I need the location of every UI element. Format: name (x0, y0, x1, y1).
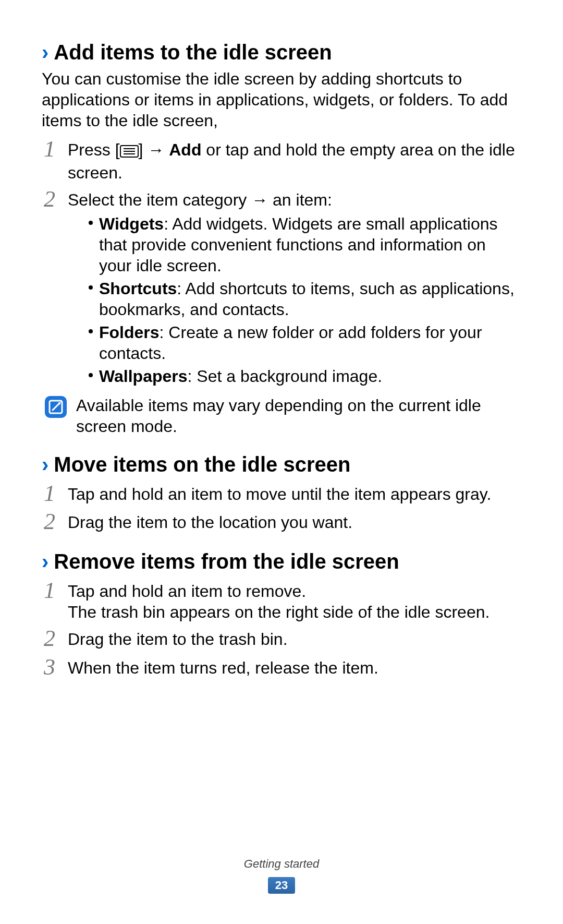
text-bold: Widgets (99, 214, 164, 233)
step-text: When the item turns red, release the ite… (68, 655, 521, 678)
step-number: 2 (44, 627, 58, 651)
step-row: 1 Tap and hold an item to move until the… (44, 482, 521, 506)
page-content: › Add items to the idle screen You can c… (42, 39, 521, 683)
step-text: Tap and hold an item to move until the i… (68, 482, 521, 505)
bullet-icon (89, 285, 93, 290)
step-number: 1 (44, 482, 58, 506)
list-item: Folders: Create a new folder or add fold… (89, 322, 521, 364)
chapter-label: Getting started (0, 857, 563, 871)
step-row: 3 When the item turns red, release the i… (44, 655, 521, 679)
bullet-icon (89, 373, 93, 377)
bullet-icon (89, 221, 93, 225)
step-row: 2 Drag the item to the location you want… (44, 510, 521, 534)
chevron-icon: › (42, 551, 48, 572)
section-heading-remove: › Remove items from the idle screen (42, 548, 521, 574)
step-text: Drag the item to the location you want. (68, 510, 521, 533)
step-text: Select the item category → an item: Widg… (68, 187, 521, 389)
text-bold: Shortcuts (99, 279, 177, 298)
section-title: Remove items from the idle screen (54, 548, 399, 574)
step-text: Tap and hold an item to remove. The tras… (68, 579, 521, 622)
note-text: Available items may vary depending on th… (76, 394, 521, 437)
note-icon (44, 395, 68, 419)
chevron-icon: › (42, 42, 48, 63)
text: The trash bin appears on the right side … (68, 603, 489, 621)
bullet-list: Widgets: Add widgets. Widgets are small … (89, 213, 521, 387)
menu-key-icon (120, 141, 139, 162)
bullet-icon (89, 329, 93, 333)
step-text: Press [] → Add or tap and hold the empty… (68, 137, 521, 183)
text: ] → (139, 140, 169, 159)
step-number: 1 (44, 137, 58, 161)
chevron-icon: › (42, 454, 48, 475)
text-bold: Add (169, 140, 201, 159)
section-heading-move: › Move items on the idle screen (42, 451, 521, 477)
step-row: 2 Drag the item to the trash bin. (44, 627, 521, 651)
text: Select the item category → an item: (68, 190, 332, 209)
step-row: 1 Press [] → Add or tap and hold the emp… (44, 137, 521, 183)
section-heading-add: › Add items to the idle screen (42, 39, 521, 65)
step-row: 2 Select the item category → an item: Wi… (44, 187, 521, 389)
section-title: Move items on the idle screen (54, 451, 350, 477)
step-number: 3 (44, 655, 58, 679)
step-number: 1 (44, 579, 58, 603)
text: : Set a background image. (188, 367, 383, 386)
text-bold: Folders (99, 323, 160, 342)
step-number: 2 (44, 510, 58, 534)
text-bold: Wallpapers (99, 367, 188, 386)
note-block: Available items may vary depending on th… (44, 394, 521, 437)
page-number-badge: 23 (268, 877, 295, 894)
step-number: 2 (44, 187, 58, 211)
text: Press [ (68, 140, 120, 159)
step-row: 1 Tap and hold an item to remove. The tr… (44, 579, 521, 622)
section-title: Add items to the idle screen (54, 39, 332, 65)
list-item: Widgets: Add widgets. Widgets are small … (89, 213, 521, 276)
list-item: Shortcuts: Add shortcuts to items, such … (89, 278, 521, 320)
page-footer: Getting started 23 (0, 857, 563, 894)
step-text: Drag the item to the trash bin. (68, 627, 521, 650)
intro-text: You can customise the idle screen by add… (42, 68, 521, 131)
text: Tap and hold an item to remove. (68, 582, 306, 601)
list-item: Wallpapers: Set a background image. (89, 366, 521, 387)
